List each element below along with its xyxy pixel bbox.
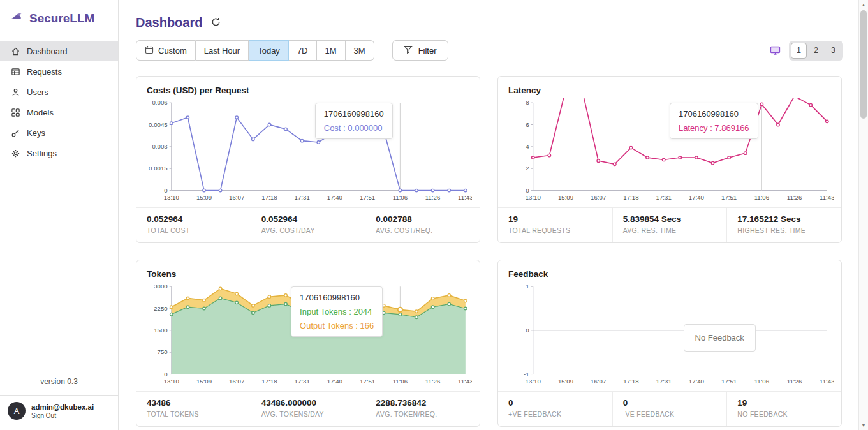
sidebar-item-requests[interactable]: Requests — [0, 61, 118, 82]
svg-text:17:40: 17:40 — [689, 378, 704, 385]
stat: 0.002788 AVG. COST/REQ. — [365, 208, 480, 242]
chart-tooltip: 1706160998160 Input Tokens : 2044 Output… — [291, 286, 383, 337]
svg-text:750: 750 — [158, 348, 168, 355]
user-email: admin@dkubex.ai — [31, 403, 94, 411]
stat-label: NO FEEDBACK — [737, 410, 831, 418]
tooltip-value: Latency : 7.869166 — [679, 123, 749, 133]
stat-label: TOTAL TOKENS — [147, 410, 240, 418]
chart-tooltip: 1706160998160 Cost : 0.000000 — [315, 103, 393, 139]
brand[interactable]: SecureLLM — [0, 0, 118, 41]
stat-value: 0.052964 — [147, 214, 240, 224]
sidebar-item-label: Users — [27, 87, 48, 97]
costs-chart[interactable]: 00.00150.0030.00450.00613:1015:0916:0717… — [144, 98, 472, 205]
scrollbar-thumb[interactable] — [860, 10, 867, 119]
card-title: Feedback — [508, 269, 831, 279]
sidebar-item-dashboard[interactable]: Dashboard — [0, 41, 118, 61]
range-label: 7D — [297, 46, 308, 56]
svg-text:16:07: 16:07 — [229, 378, 244, 385]
stat-value: 0 — [508, 398, 602, 408]
svg-text:17:31: 17:31 — [656, 194, 672, 201]
time-range-group: Custom Last Hour Today 7D 1M 3M — [136, 40, 374, 61]
tooltip-value: Output Tokens : 166 — [300, 321, 374, 330]
range-label: 3M — [354, 46, 365, 56]
range-1m-button[interactable]: 1M — [317, 40, 346, 61]
page-button-3[interactable]: 3 — [825, 43, 841, 59]
svg-text:17:40: 17:40 — [689, 194, 704, 201]
stat-value: 43486.000000 — [261, 398, 355, 408]
sidebar-item-users[interactable]: Users — [0, 82, 118, 102]
sidebar-item-label: Dashboard — [27, 47, 68, 56]
sidebar-item-keys[interactable]: Keys — [0, 122, 118, 143]
range-custom-button[interactable]: Custom — [136, 40, 196, 61]
stat-label: TOTAL REQUESTS — [508, 226, 602, 234]
stat: 0 -VE FEEDBACK — [612, 392, 727, 426]
scroll-up-icon[interactable]: ▲ — [859, 0, 868, 10]
range-7d-button[interactable]: 7D — [289, 40, 317, 61]
filter-button[interactable]: Filter — [392, 40, 448, 61]
toolbar: Custom Last Hour Today 7D 1M 3M Filter — [136, 40, 843, 61]
svg-text:17:18: 17:18 — [261, 378, 277, 385]
scroll-down-icon[interactable]: ▼ — [859, 420, 868, 430]
chart-tooltip: 1706160998160 Latency : 7.869166 — [670, 103, 758, 139]
svg-text:0: 0 — [164, 371, 167, 378]
svg-text:11:06: 11:06 — [393, 194, 408, 201]
svg-text:0: 0 — [526, 327, 529, 334]
range-last-hour-button[interactable]: Last Hour — [196, 40, 249, 61]
svg-text:-1: -1 — [524, 371, 529, 378]
range-label: Today — [258, 46, 280, 56]
grid-icon — [10, 107, 20, 117]
card-title: Tokens — [147, 269, 469, 279]
page-title: Dashboard — [136, 15, 202, 30]
svg-text:11:26: 11:26 — [787, 378, 802, 385]
card-latency: Latency 0246813:1015:0916:0717:1817:3117… — [497, 76, 842, 243]
stat-value: 19 — [508, 214, 602, 224]
stat-value: 17.165212 Secs — [737, 214, 831, 224]
avatar: A — [8, 402, 26, 420]
stat-label: AVG. TOKENS/DAY — [261, 410, 355, 418]
svg-text:17:18: 17:18 — [261, 194, 277, 201]
page-button-2[interactable]: 2 — [808, 43, 824, 59]
brand-logo-icon — [10, 11, 24, 26]
stats-row: 43486 TOTAL TOKENS 43486.000000 AVG. TOK… — [136, 391, 480, 426]
page-button-1[interactable]: 1 — [791, 43, 807, 59]
stat-value: 0.002788 — [376, 214, 469, 224]
home-icon — [10, 46, 20, 56]
svg-text:17:40: 17:40 — [327, 378, 342, 385]
latency-chart-area: 0246813:1015:0916:0717:1817:3117:4017:51… — [498, 98, 841, 205]
svg-text:11:06: 11:06 — [754, 194, 769, 201]
svg-text:15:09: 15:09 — [196, 194, 212, 201]
stat: 43486 TOTAL TOKENS — [136, 392, 251, 426]
user-profile[interactable]: A admin@dkubex.ai Sign Out — [0, 395, 118, 430]
costs-chart-area: 00.00150.0030.00450.00613:1015:0916:0717… — [136, 98, 480, 205]
sidebar-item-label: Models — [27, 108, 54, 117]
svg-text:0.0015: 0.0015 — [149, 165, 168, 172]
sidebar-item-settings[interactable]: Settings — [0, 143, 118, 163]
tooltip-value: Cost : 0.000000 — [324, 123, 384, 133]
sidebar-item-label: Keys — [27, 128, 45, 138]
svg-text:13:10: 13:10 — [164, 378, 179, 385]
card-feedback: Feedback -10113:1015:0916:0717:1817:3117… — [497, 260, 842, 427]
feedback-chart[interactable]: -10113:1015:0916:0717:1817:3117:4017:511… — [506, 281, 834, 389]
stat: 43486.000000 AVG. TOKENS/DAY — [251, 392, 365, 426]
scrollbar[interactable]: ▲ ▼ — [858, 0, 868, 430]
svg-text:17:51: 17:51 — [721, 194, 737, 201]
svg-text:0.0045: 0.0045 — [149, 121, 168, 128]
range-3m-button[interactable]: 3M — [346, 40, 374, 61]
display-icon[interactable] — [770, 45, 781, 56]
refresh-button[interactable] — [210, 16, 222, 30]
sign-out-link[interactable]: Sign Out — [31, 412, 94, 419]
range-today-button[interactable]: Today — [249, 40, 289, 61]
svg-text:17:51: 17:51 — [360, 194, 375, 201]
sidebar-item-label: Settings — [27, 149, 57, 158]
stat-label: AVG. COST/DAY — [261, 226, 355, 234]
tooltip-value: Input Tokens : 2044 — [300, 307, 374, 316]
card-title: Costs (USD) per Request — [147, 85, 469, 95]
svg-text:0: 0 — [526, 187, 529, 194]
svg-text:1500: 1500 — [154, 327, 167, 334]
sidebar-item-models[interactable]: Models — [0, 102, 118, 122]
svg-text:15:09: 15:09 — [558, 194, 573, 201]
stat-value: 19 — [737, 398, 831, 408]
svg-text:11:43: 11:43 — [458, 194, 472, 201]
svg-text:17:51: 17:51 — [360, 378, 375, 385]
stat-value: 0 — [623, 398, 717, 408]
